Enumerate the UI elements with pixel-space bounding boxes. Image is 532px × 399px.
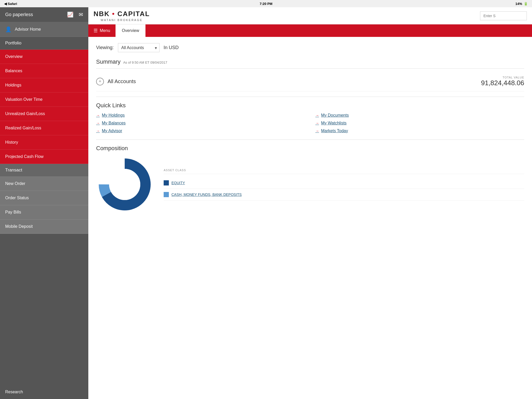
cash-color-swatch bbox=[164, 192, 169, 197]
nav-bar: ☰ Menu Overview bbox=[88, 24, 532, 37]
quick-link-advisor[interactable]: → My Advisor bbox=[96, 129, 305, 133]
quick-link-balances[interactable]: → My Balances bbox=[96, 121, 305, 125]
app-container: Go paperless 📈 ✉ 👤 Advisor Home Portfoli… bbox=[0, 7, 532, 399]
sidebar-item-holdings[interactable]: Holdings bbox=[0, 78, 88, 92]
account-select-wrapper[interactable]: All Accounts bbox=[118, 43, 159, 52]
sidebar-item-cashflow[interactable]: Projected Cash Flow bbox=[0, 150, 88, 164]
expand-button[interactable]: + bbox=[96, 78, 104, 85]
total-value-amount: 91,824,448.06 bbox=[481, 79, 524, 87]
sidebar-item-overview[interactable]: Overview bbox=[0, 50, 88, 64]
battery-icon: 🔋 bbox=[524, 2, 528, 6]
sidebar-item-research[interactable]: Research bbox=[0, 385, 88, 399]
quick-link-advisor-label: My Advisor bbox=[102, 129, 122, 133]
hamburger-icon: ☰ bbox=[94, 28, 98, 34]
quick-link-watchlists[interactable]: → My Watchlists bbox=[315, 121, 524, 125]
arrow-icon-markets: → bbox=[315, 129, 319, 133]
quick-link-markets[interactable]: → Markets Today bbox=[315, 129, 524, 133]
sidebar-top-icons: 📈 ✉ bbox=[67, 11, 83, 18]
quick-links-grid: → My Holdings → My Documents → My Balanc… bbox=[96, 113, 524, 133]
status-bar-right: 14% 🔋 bbox=[515, 2, 528, 6]
summary-section: Summary As of 9:50 AM ET 09/04/2017 + Al… bbox=[96, 58, 524, 91]
app-header: NBK • CAPITAL WATANI BROKERAGE bbox=[88, 7, 532, 24]
all-accounts-name: All Accounts bbox=[108, 78, 136, 84]
tab-overview-label: Overview bbox=[122, 28, 139, 33]
summary-subtitle: As of 9:50 AM ET 09/04/2017 bbox=[123, 61, 167, 64]
battery-label: 14% bbox=[515, 2, 522, 6]
donut-center bbox=[109, 169, 140, 200]
quick-link-documents[interactable]: → My Documents bbox=[315, 113, 524, 118]
header-search[interactable] bbox=[480, 11, 527, 20]
sidebar-item-unrealized[interactable]: Unrealized Gain/Loss bbox=[0, 107, 88, 121]
tab-overview[interactable]: Overview bbox=[116, 24, 145, 37]
section-divider-1 bbox=[96, 97, 524, 97]
arrow-icon-holdings: → bbox=[96, 113, 100, 117]
legend-area: ASSET CLASS EQUITY CASH, MONEY FUNDS, BA… bbox=[164, 169, 524, 201]
advisor-home-label: Advisor Home bbox=[15, 27, 41, 32]
arrow-icon-advisor: → bbox=[96, 129, 100, 133]
quick-link-holdings-label: My Holdings bbox=[102, 113, 125, 118]
trending-up-icon[interactable]: 📈 bbox=[67, 11, 74, 18]
menu-button[interactable]: ☰ Menu bbox=[88, 24, 116, 37]
logo-dot: • bbox=[110, 10, 117, 18]
donut-chart bbox=[96, 156, 153, 213]
equity-color-swatch bbox=[164, 180, 169, 185]
legend-item-cash[interactable]: CASH, MONEY FUNDS, BANK DEPOSITS bbox=[164, 189, 524, 201]
legend-header: ASSET CLASS bbox=[164, 169, 524, 174]
mail-icon[interactable]: ✉ bbox=[79, 11, 83, 18]
status-bar-time: 7:20 PM bbox=[260, 2, 272, 6]
go-paperless-label[interactable]: Go paperless bbox=[5, 12, 33, 17]
section-divider-2 bbox=[96, 139, 524, 140]
quick-links-title: Quick Links bbox=[96, 102, 524, 109]
search-input[interactable] bbox=[480, 11, 527, 20]
sidebar-portfolio-header: Portfolio bbox=[0, 37, 88, 50]
sidebar: Go paperless 📈 ✉ 👤 Advisor Home Portfoli… bbox=[0, 7, 88, 399]
sidebar-item-realized[interactable]: Realized Gain/Loss bbox=[0, 121, 88, 135]
logo-main: NBK • CAPITAL bbox=[94, 10, 150, 18]
sidebar-top: Go paperless 📈 ✉ bbox=[0, 7, 88, 22]
composition-area: ASSET CLASS EQUITY CASH, MONEY FUNDS, BA… bbox=[96, 156, 524, 213]
logo-capital: CAPITAL bbox=[117, 10, 150, 18]
sidebar-item-pay-bills[interactable]: Pay Bills bbox=[0, 205, 88, 220]
sidebar-item-history[interactable]: History bbox=[0, 135, 88, 150]
status-bar-left: ◀ Safari bbox=[4, 2, 17, 6]
composition-section: Composition bbox=[96, 145, 524, 213]
logo-sub: WATANI BROKERAGE bbox=[101, 18, 143, 22]
quick-link-documents-label: My Documents bbox=[321, 113, 349, 118]
currency-label: In USD bbox=[164, 45, 179, 50]
status-bar: ◀ Safari 7:20 PM 14% 🔋 bbox=[0, 0, 532, 7]
sidebar-item-mobile-deposit[interactable]: Mobile Deposit bbox=[0, 220, 88, 234]
composition-title: Composition bbox=[96, 145, 524, 152]
legend-item-equity[interactable]: EQUITY bbox=[164, 177, 524, 189]
sidebar-transact-header: Transact bbox=[0, 164, 88, 177]
quick-link-holdings[interactable]: → My Holdings bbox=[96, 113, 305, 118]
content-area: Viewing: All Accounts In USD Summary As … bbox=[88, 37, 532, 399]
cash-label: CASH, MONEY FUNDS, BANK DEPOSITS bbox=[171, 192, 242, 197]
account-select[interactable]: All Accounts bbox=[118, 43, 159, 52]
all-accounts-row: + All Accounts TOTAL VALUE 91,824,448.06 bbox=[96, 72, 524, 91]
summary-divider bbox=[96, 68, 524, 69]
arrow-icon-watchlists: → bbox=[315, 121, 319, 125]
quick-links-section: Quick Links → My Holdings → My Documents… bbox=[96, 102, 524, 133]
sidebar-item-new-order[interactable]: New Order bbox=[0, 177, 88, 191]
viewing-row: Viewing: All Accounts In USD bbox=[96, 43, 524, 52]
quick-link-watchlists-label: My Watchlists bbox=[321, 121, 347, 125]
viewing-label: Viewing: bbox=[96, 45, 114, 50]
sidebar-item-advisor-home[interactable]: 👤 Advisor Home bbox=[0, 22, 88, 37]
sidebar-item-balances[interactable]: Balances bbox=[0, 64, 88, 78]
quick-link-markets-label: Markets Today bbox=[321, 129, 348, 133]
person-icon: 👤 bbox=[5, 26, 12, 32]
equity-label: EQUITY bbox=[171, 181, 185, 185]
safari-label: ◀ Safari bbox=[4, 2, 17, 6]
menu-label: Menu bbox=[100, 28, 110, 33]
logo-area: NBK • CAPITAL WATANI BROKERAGE bbox=[94, 10, 150, 22]
sidebar-item-order-status[interactable]: Order Status bbox=[0, 191, 88, 205]
total-value-column: TOTAL VALUE 91,824,448.06 bbox=[481, 76, 524, 87]
all-accounts-left: + All Accounts bbox=[96, 78, 136, 85]
arrow-icon-balances: → bbox=[96, 121, 100, 125]
total-value-label: TOTAL VALUE bbox=[481, 76, 524, 79]
main-content: NBK • CAPITAL WATANI BROKERAGE ☰ Menu Ov… bbox=[88, 7, 532, 399]
quick-link-balances-label: My Balances bbox=[102, 121, 126, 125]
arrow-icon-documents: → bbox=[315, 113, 319, 117]
summary-title: Summary bbox=[96, 58, 121, 65]
sidebar-item-valuation[interactable]: Valuation Over Time bbox=[0, 92, 88, 107]
